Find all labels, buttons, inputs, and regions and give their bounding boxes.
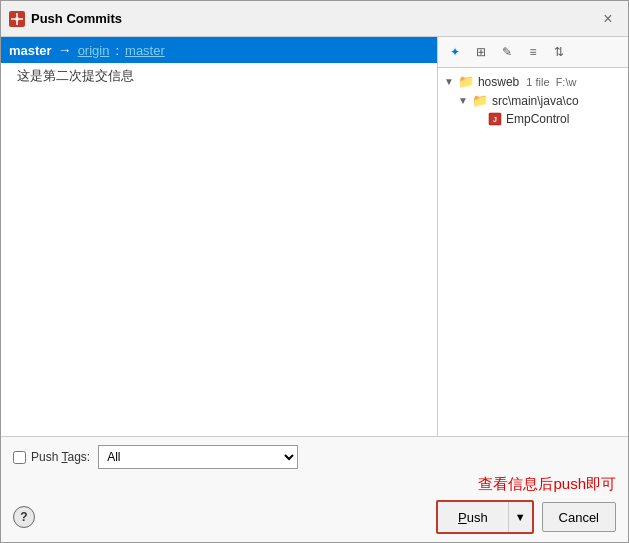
annotation-text: 查看信息后push即可 (13, 475, 616, 494)
push-label-rest: ush (467, 510, 488, 525)
tree-folder-label: src\main\java\co (492, 94, 579, 108)
left-panel: master → origin : master 这是第二次提交信息 (1, 37, 438, 436)
tree-item-src[interactable]: ▼ 📁 src\main\java\co (438, 91, 628, 110)
colon-separator: : (115, 43, 119, 58)
chevron-down-icon: ▼ (458, 95, 468, 106)
bottom-area: Push Tags: All 查看信息后push即可 ? Push ▼ (1, 436, 628, 542)
push-dropdown-button[interactable]: ▼ (509, 502, 532, 532)
folder-icon: 📁 (472, 93, 488, 108)
commit-message-text: 这是第二次提交信息 (17, 68, 134, 83)
branch-name: master (9, 43, 52, 58)
push-button-wrapper: Push ▼ (436, 500, 534, 534)
commit-message-item[interactable]: 这是第二次提交信息 (1, 63, 437, 89)
file-tree: ▼ 📁 hosweb 1 file F:\w ▼ 📁 src\main\java… (438, 68, 628, 436)
toolbar-align-button[interactable]: ≡ (522, 41, 544, 63)
target-branch[interactable]: master (125, 43, 165, 58)
button-row: ? Push ▼ Cancel (13, 500, 616, 534)
push-button[interactable]: Push (438, 502, 509, 532)
help-button[interactable]: ? (13, 506, 35, 528)
push-commits-dialog: Push Commits × master → origin : master … (0, 0, 629, 543)
tags-select[interactable]: All (98, 445, 298, 469)
toolbar-grid-button[interactable]: ⊞ (470, 41, 492, 63)
title-bar-left: Push Commits (9, 11, 122, 27)
dropdown-arrow-icon: ▼ (515, 511, 526, 523)
branch-arrow: → (58, 42, 72, 58)
right-panel: ✦ ⊞ ✎ ≡ ⇅ ▼ 📁 hosweb 1 file F:\w ▼ 📁 src… (438, 37, 628, 436)
push-tags-checkbox[interactable] (13, 451, 26, 464)
svg-text:J: J (493, 116, 497, 123)
toolbar-sort-button[interactable]: ⇅ (548, 41, 570, 63)
folder-icon: 📁 (458, 74, 474, 89)
action-buttons: Push ▼ Cancel (436, 500, 616, 534)
title-bar: Push Commits × (1, 1, 628, 37)
selected-commit-item[interactable]: master → origin : master (1, 37, 437, 63)
dialog-title: Push Commits (31, 11, 122, 26)
toolbar-edit-button[interactable]: ✎ (496, 41, 518, 63)
cancel-button[interactable]: Cancel (542, 502, 616, 532)
main-content: master → origin : master 这是第二次提交信息 ✦ ⊞ ✎ (1, 37, 628, 436)
tree-file-label: EmpControl (506, 112, 569, 126)
tree-item-empcontrol[interactable]: J EmpControl (438, 110, 628, 128)
push-tags-text: Push Tags: (31, 450, 90, 464)
tree-badge: 1 file F:\w (526, 76, 576, 88)
chevron-down-icon: ▼ (444, 76, 454, 87)
push-tags-row: Push Tags: All (13, 445, 616, 469)
remote-name[interactable]: origin (78, 43, 110, 58)
right-toolbar: ✦ ⊞ ✎ ≡ ⇅ (438, 37, 628, 68)
tree-item-hosweb[interactable]: ▼ 📁 hosweb 1 file F:\w (438, 72, 628, 91)
toolbar-pin-button[interactable]: ✦ (444, 41, 466, 63)
commit-list: master → origin : master 这是第二次提交信息 (1, 37, 437, 436)
java-file-icon: J (488, 112, 502, 126)
push-tags-label[interactable]: Push Tags: (13, 450, 90, 464)
push-underline: P (458, 510, 467, 525)
tree-folder-label: hosweb (478, 75, 519, 89)
app-icon (9, 11, 25, 27)
svg-point-1 (15, 17, 19, 21)
close-button[interactable]: × (596, 7, 620, 31)
